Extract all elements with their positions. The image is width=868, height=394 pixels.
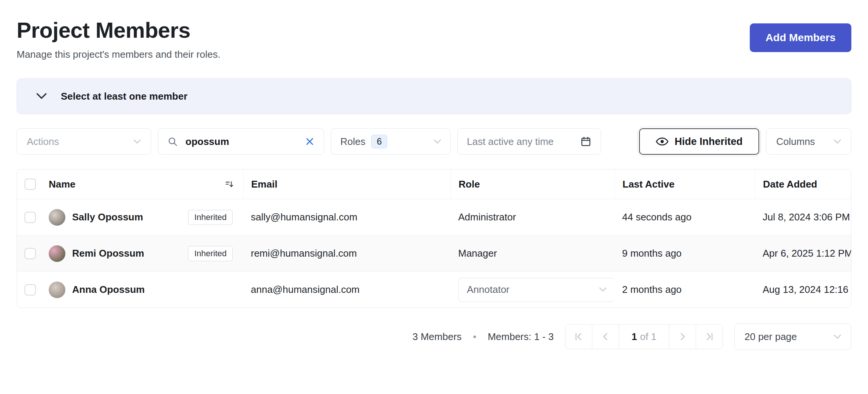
header-last-active[interactable]: Last Active — [615, 169, 755, 199]
member-date-added: Apr 6, 2025 1:12 PM — [755, 248, 851, 259]
avatar — [49, 245, 65, 262]
member-name-cell: Sally Opossum Inherited — [41, 209, 243, 226]
row-checkbox-cell — [17, 248, 41, 259]
actions-label: Actions — [27, 136, 59, 148]
member-name: Sally Opossum — [72, 211, 143, 223]
search-icon — [167, 136, 178, 147]
per-page-label: 20 per page — [744, 331, 797, 343]
members-table: Name Email Role Last Active Date Added S… — [17, 169, 851, 308]
table-row: Remi Opossum Inherited remi@humansignal.… — [17, 235, 851, 271]
page-indicator: 1 of 1 — [619, 324, 669, 349]
member-name: Remi Opossum — [72, 248, 144, 259]
page-of-total: of 1 — [640, 331, 656, 343]
search-box — [158, 128, 324, 155]
columns-label: Columns — [776, 136, 815, 148]
avatar — [49, 282, 65, 298]
table-header-row: Name Email Role Last Active Date Added — [17, 169, 851, 199]
chevron-down-icon — [834, 139, 841, 144]
sort-icon[interactable] — [224, 179, 234, 189]
member-last-active: 2 months ago — [615, 284, 755, 296]
current-page: 1 — [632, 331, 637, 343]
member-date-added: Jul 8, 2024 3:06 PM — [755, 211, 851, 223]
chevron-down-icon — [133, 139, 141, 144]
member-email: sally@humansignal.com — [243, 211, 451, 223]
project-members-page: Project Members Manage this project's me… — [0, 0, 868, 394]
role-select-dropdown[interactable]: Annotator — [458, 278, 615, 302]
member-role-cell: Annotator — [451, 278, 615, 302]
add-members-button[interactable]: Add Members — [750, 23, 851, 52]
header-name-label: Name — [49, 179, 76, 190]
select-all-checkbox[interactable] — [25, 179, 36, 190]
member-date-added: Aug 13, 2024 12:16 PM — [755, 284, 851, 296]
roles-filter-dropdown[interactable]: Roles 6 — [331, 128, 451, 155]
row-checkbox-cell — [17, 212, 41, 223]
separator-dot: • — [473, 331, 476, 343]
roles-label: Roles — [340, 136, 365, 148]
search-input[interactable] — [185, 135, 298, 148]
banner-text: Select at least one member — [61, 91, 187, 102]
table-row: Anna Opossum anna@humansignal.com Annota… — [17, 271, 851, 308]
member-name: Anna Opossum — [72, 284, 145, 296]
member-role: Administrator — [451, 211, 615, 223]
member-name-cell: Anna Opossum — [41, 282, 243, 298]
per-page-dropdown[interactable]: 20 per page — [734, 323, 851, 350]
chevron-down-icon — [599, 287, 607, 292]
header-checkbox-cell — [17, 179, 41, 190]
pagination: 1 of 1 — [565, 324, 723, 349]
member-email: anna@humansignal.com — [243, 284, 451, 296]
toolbar: Actions Roles 6 Last active any time — [17, 128, 851, 155]
inherited-badge: Inherited — [188, 246, 233, 261]
row-checkbox[interactable] — [25, 284, 36, 296]
prev-page-button[interactable] — [592, 324, 619, 349]
page-title: Project Members — [17, 17, 851, 43]
avatar — [49, 209, 65, 226]
add-members-label: Add Members — [766, 32, 836, 44]
row-checkbox[interactable] — [25, 212, 36, 223]
header-date-added[interactable]: Date Added — [755, 169, 851, 199]
member-last-active: 44 seconds ago — [615, 211, 755, 223]
header-email[interactable]: Email — [243, 169, 451, 199]
first-page-icon — [573, 331, 584, 342]
last-active-label: Last active any time — [467, 136, 554, 148]
header-name[interactable]: Name — [41, 179, 243, 190]
hide-inherited-button[interactable]: Hide Inherited — [639, 128, 759, 155]
last-page-icon — [704, 331, 715, 342]
members-count: 3 Members — [412, 331, 462, 343]
member-name-cell: Remi Opossum Inherited — [41, 245, 243, 262]
hide-inherited-label: Hide Inherited — [675, 136, 743, 148]
page-header: Project Members Manage this project's me… — [0, 0, 868, 60]
role-select-value: Annotator — [467, 284, 510, 296]
select-member-banner[interactable]: Select at least one member — [17, 78, 851, 114]
table-row: Sally Opossum Inherited sally@humansigna… — [17, 199, 851, 235]
members-range: Members: 1 - 3 — [488, 331, 554, 343]
chevron-down-icon — [834, 334, 841, 339]
prev-page-icon — [600, 331, 611, 342]
actions-dropdown[interactable]: Actions — [17, 128, 151, 155]
page-subtitle: Manage this project's members and their … — [17, 49, 851, 60]
member-last-active: 9 months ago — [615, 248, 755, 259]
table-footer: 3 Members • Members: 1 - 3 1 of 1 20 per… — [17, 323, 851, 350]
eye-icon — [656, 137, 669, 146]
next-page-button[interactable] — [669, 324, 696, 349]
row-checkbox-cell — [17, 284, 41, 296]
last-active-filter[interactable]: Last active any time — [457, 128, 601, 155]
columns-dropdown[interactable]: Columns — [766, 128, 851, 155]
member-role: Manager — [451, 248, 615, 259]
last-page-button[interactable] — [696, 324, 723, 349]
next-page-icon — [677, 331, 688, 342]
inherited-badge: Inherited — [188, 210, 233, 225]
clear-search-icon[interactable] — [305, 137, 315, 146]
header-role[interactable]: Role — [451, 169, 615, 199]
chevron-down-icon[interactable] — [36, 93, 47, 100]
roles-count-badge: 6 — [371, 135, 387, 148]
calendar-icon — [580, 136, 592, 147]
first-page-button[interactable] — [565, 324, 592, 349]
chevron-down-icon — [434, 139, 441, 144]
member-email: remi@humansignal.com — [243, 248, 451, 259]
row-checkbox[interactable] — [25, 248, 36, 259]
